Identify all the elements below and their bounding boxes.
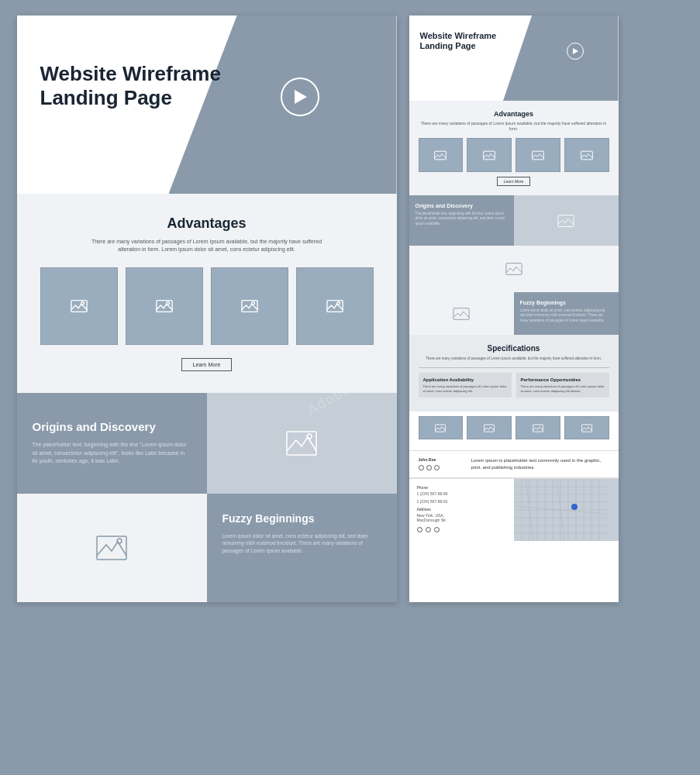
fuzzy-title: Fuzzy Beginnings [222, 512, 381, 525]
specifications-divider [419, 367, 609, 368]
contact-social-dot-1 [417, 527, 422, 532]
right-advantages-text: There are many variations of passages of… [419, 121, 609, 132]
right-fuzzy-title: Fuzzy Beginnings [520, 300, 612, 305]
right-origins-title: Origins and Discovery [416, 203, 508, 208]
author-area: John Doe [419, 457, 465, 471]
svg-rect-18 [453, 308, 469, 319]
map-area [514, 479, 619, 541]
adv-image-2 [126, 267, 203, 345]
right-adv-img-1 [419, 138, 464, 172]
svg-rect-17 [505, 264, 521, 275]
row-img-1 [419, 416, 464, 439]
right-learn-more-button[interactable]: Learn More [497, 177, 531, 186]
svg-rect-4 [241, 300, 257, 312]
right-small-image [409, 246, 619, 292]
right-wireframe: Website Wireframe Landing Page Advantage… [409, 16, 619, 602]
play-icon [295, 90, 307, 104]
right-specifications: Specifications There are many variations… [409, 335, 619, 412]
right-advantages: Advantages There are many variations of … [409, 101, 619, 195]
spec-box-2-text: There are many variations of passages of… [521, 384, 605, 393]
image-row-wrap [409, 412, 619, 450]
right-adv-img-2 [467, 138, 512, 172]
hero-content: Website Wireframe Landing Page [40, 62, 221, 110]
origins-text-area: Origins and Discovery The placeholder te… [17, 393, 207, 494]
right-hero: Website Wireframe Landing Page [409, 16, 619, 101]
right-image-row [419, 416, 609, 439]
adv-image-4 [296, 267, 374, 345]
right-play-button[interactable] [567, 43, 584, 60]
svg-point-1 [81, 301, 84, 305]
svg-point-5 [251, 301, 254, 305]
svg-rect-21 [533, 425, 543, 432]
advantages-image-grid [40, 267, 374, 345]
left-advantages: Advantages There are many variations of … [17, 194, 397, 393]
right-fuzzy-left [409, 292, 514, 335]
contact-section: Phone 1 (234) 567-89-90 1 (234) 567-89-9… [409, 478, 619, 541]
hero-title: Website Wireframe Landing Page [40, 62, 221, 110]
row-img-3 [516, 416, 560, 439]
right-fuzzy-text: Lorem ipsum dolor sit amet, cons ectetur… [520, 308, 612, 323]
svg-rect-15 [581, 151, 592, 160]
adv-image-1 [40, 267, 118, 345]
phone-label: Phone [417, 485, 506, 490]
right-origins-image [514, 195, 619, 246]
fuzzy-text: Lorem ipsum dolor sit amet, cons ectetur… [222, 532, 381, 555]
map-svg [514, 479, 607, 541]
origins-body: The placeholder text, beginning with the… [33, 441, 191, 466]
fuzzy-section: Fuzzy Beginnings Lorem ipsum dolor sit a… [207, 494, 397, 602]
testimonial-text: Lorem ipsum is placeholder text commonly… [471, 457, 609, 471]
right-adv-img-3 [516, 138, 560, 172]
social-dot-3 [434, 465, 440, 470]
bottom-left-image [17, 494, 207, 602]
play-button[interactable] [281, 78, 319, 116]
testimonial-section: John Doe Lorem ipsum is placeholder text… [409, 450, 619, 478]
spec-box-1-text: There are many variations of passages of… [423, 384, 507, 393]
address-value: New York, USA,MacDonough Str. [417, 513, 506, 522]
row-img-4 [564, 416, 609, 439]
contact-social-row [417, 527, 506, 532]
svg-rect-16 [558, 215, 574, 226]
right-origins-text: Origins and Discovery The placeholder te… [409, 195, 514, 246]
learn-more-button[interactable]: Learn More [181, 358, 233, 371]
advantages-text: There are many variations of passages of… [83, 238, 331, 253]
svg-point-7 [336, 301, 340, 305]
spec-box-2: Performance Opportunities There are many… [516, 373, 609, 398]
phone-value-2: 1 (234) 567-89-91 [417, 499, 506, 504]
specifications-title: Specifications [419, 344, 609, 353]
social-dot-1 [419, 465, 424, 470]
svg-rect-13 [484, 151, 495, 160]
spec-box-2-title: Performance Opportunities [521, 377, 605, 382]
svg-rect-14 [533, 151, 544, 160]
right-hero-diagonal [503, 16, 619, 101]
spec-box-1-title: Application Availability [423, 377, 507, 382]
svg-rect-12 [435, 151, 447, 160]
right-advantages-title: Advantages [419, 110, 609, 118]
right-adv-img-4 [564, 138, 609, 172]
left-hero: Website Wireframe Landing Page [17, 16, 397, 194]
right-fuzzy: Fuzzy Beginnings Lorem ipsum dolor sit a… [409, 292, 619, 335]
origins-title: Origins and Discovery [33, 420, 191, 433]
svg-rect-0 [71, 300, 86, 312]
specs-columns: Application Availability There are many … [419, 373, 609, 398]
address-label: Address [417, 507, 506, 512]
svg-rect-19 [436, 425, 446, 432]
contact-social-dot-2 [426, 527, 431, 532]
right-play-icon [573, 48, 578, 54]
left-origins: Origins and Discovery The placeholder te… [17, 393, 397, 494]
right-advantages-grid [419, 138, 609, 172]
right-fuzzy-section: Fuzzy Beginnings Lorem ipsum dolor sit a… [514, 292, 619, 335]
left-wireframe: Website Wireframe Landing Page Advantage… [17, 16, 397, 602]
author-name: John Doe [419, 457, 436, 462]
learn-more-wrap: Learn More [40, 356, 374, 371]
row-img-2 [467, 416, 512, 439]
advantages-title: Advantages [40, 215, 374, 232]
adv-image-3 [211, 267, 288, 345]
contact-social-dot-3 [434, 527, 440, 532]
left-bottom-grid: Fuzzy Beginnings Lorem ipsum dolor sit a… [17, 494, 397, 602]
contact-info: Phone 1 (234) 567-89-90 1 (234) 567-89-9… [409, 479, 514, 541]
phone-value-1: 1 (234) 567-89-90 [417, 491, 506, 496]
svg-rect-6 [326, 300, 342, 312]
svg-rect-2 [156, 300, 171, 312]
origins-image [207, 393, 397, 494]
social-dots [419, 465, 440, 470]
